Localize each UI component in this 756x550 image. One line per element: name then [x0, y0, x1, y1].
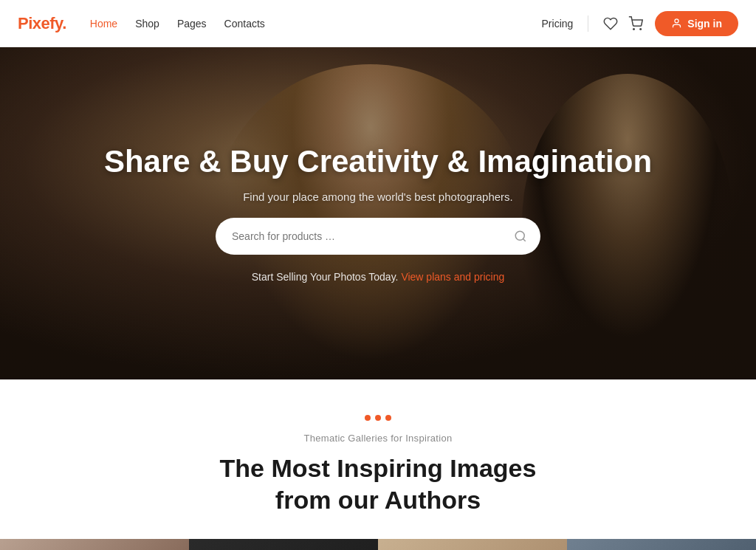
hero-cta-link[interactable]: View plans and pricing: [401, 271, 504, 283]
cart-icon[interactable]: [628, 16, 643, 31]
navbar-right: Pricing Sign in: [542, 11, 738, 36]
svg-line-4: [523, 238, 525, 241]
section-dots: [365, 415, 391, 421]
dot-1: [365, 415, 371, 421]
dot-3: [385, 415, 391, 421]
hero-content: Share & Buy Creativity & Imagination Fin…: [89, 144, 667, 282]
search-input[interactable]: [232, 230, 514, 242]
nav-link-pages[interactable]: Pages: [177, 18, 207, 30]
svg-point-3: [515, 231, 524, 240]
signin-button[interactable]: Sign in: [655, 11, 738, 36]
section-title-line2: from our Authors: [275, 486, 481, 514]
nav-divider: [588, 16, 588, 32]
nav-link-shop[interactable]: Shop: [135, 18, 159, 30]
logo[interactable]: Pixefy.: [18, 14, 66, 33]
navbar: Pixefy. Home Shop Pages Contacts Pricing: [0, 0, 756, 47]
logo-dot: .: [62, 14, 66, 32]
wishlist-icon[interactable]: [603, 16, 618, 31]
section-subtitle: Thematic Galleries for Inspiration: [304, 433, 453, 444]
nav-link-home[interactable]: Home: [90, 18, 117, 30]
svg-point-0: [633, 28, 635, 30]
hero-section: Share & Buy Creativity & Imagination Fin…: [0, 47, 756, 379]
thumb-item-1[interactable]: [0, 539, 189, 550]
search-icon: [514, 230, 527, 243]
section-title: The Most Inspiring Images from our Autho…: [220, 453, 537, 515]
thumbnail-strip: [0, 539, 756, 550]
section-title-line1: The Most Inspiring Images: [220, 454, 537, 482]
thumb-item-3[interactable]: [378, 539, 567, 550]
nav-icons: [603, 16, 643, 31]
nav-pricing[interactable]: Pricing: [542, 18, 574, 30]
svg-point-1: [640, 28, 642, 30]
nav-link-contacts[interactable]: Contacts: [224, 18, 265, 30]
nav-links: Home Shop Pages Contacts: [90, 18, 265, 30]
inspiration-section: Thematic Galleries for Inspiration The M…: [0, 379, 756, 539]
signin-label: Sign in: [687, 18, 722, 30]
hero-cta-text: Start Selling Your Photos Today.: [252, 271, 399, 283]
hero-title: Share & Buy Creativity & Imagination: [104, 144, 652, 179]
thumb-item-4[interactable]: [567, 539, 756, 550]
thumb-item-2[interactable]: [189, 539, 378, 550]
svg-point-2: [675, 19, 678, 23]
navbar-left: Pixefy. Home Shop Pages Contacts: [18, 14, 265, 33]
hero-search-bar[interactable]: [216, 218, 540, 255]
logo-text: Pixefy: [18, 14, 62, 32]
hero-subtitle: Find your place among the world's best p…: [243, 190, 513, 203]
dot-2: [375, 415, 381, 421]
hero-cta: Start Selling Your Photos Today. View pl…: [252, 271, 504, 283]
